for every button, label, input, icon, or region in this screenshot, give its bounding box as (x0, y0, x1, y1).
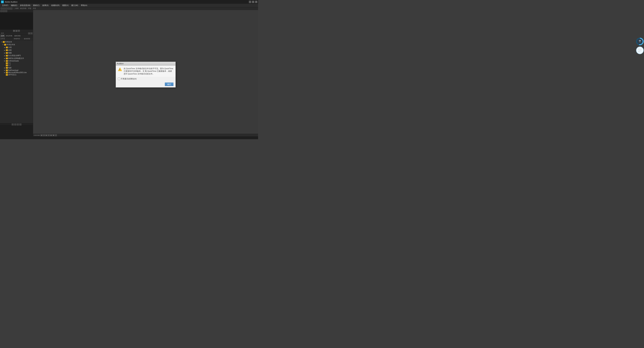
tree-label: MicrosoftOffice2003.che (8, 72, 27, 73)
arrow-icon (4, 62, 6, 64)
title-bar: Au Adobe Audition − □ × (0, 0, 258, 4)
tree-item-13[interactable]: ▶ MicrosoftOffice2003.che (0, 71, 32, 74)
tab-history[interactable]: 媒体浏览 (13, 34, 22, 37)
preview-loop-btn[interactable]: ↺ (18, 30, 20, 32)
main-layout: ▶ ■ ↺ 文件 ≡ × 文件 标记列表 媒体浏览 文件名 持续时间 媒体类型 (0, 10, 258, 139)
tree-item-1[interactable]: ▼ 常用文夹 (0, 40, 32, 43)
dialog-message: 此 QuickTime 文件格式的文件当前不可见。因为 QuickTime 已更… (124, 67, 174, 75)
waveform-preview: ▶ ■ ↺ (0, 10, 33, 32)
tree-item-5[interactable]: ▶ 视频 (0, 51, 32, 54)
arrow-icon: ▶ (4, 72, 6, 73)
tree-item-8[interactable]: ▶ DJDownloads (0, 60, 32, 62)
preview-play-btn[interactable]: ▶ (13, 30, 15, 32)
file-tree-bottom-controls: + − ↑ ↓ (0, 123, 33, 125)
toolbar-markers-label: 标记列表 (20, 7, 26, 9)
left-panel: ▶ ■ ↺ 文件 ≡ × 文件 标记列表 媒体浏览 文件名 持续时间 媒体类型 (0, 10, 33, 139)
tree-label: 3.7 (8, 64, 10, 66)
preview-bottom-toolbar: ▶ ■ ↺ (0, 30, 33, 32)
title-bar-text: Adobe Audition (5, 1, 257, 3)
close-button[interactable]: × (255, 1, 258, 3)
menu-item-view[interactable]: 视图(V) (61, 4, 70, 7)
dialog-overlay: Audition 此 QuickTime 文件格式的文件当前不可见。因为 Qui… (33, 10, 258, 139)
tree-item-12[interactable]: ▶ BaiDownload (0, 69, 32, 71)
tree-label: BaiDownload (8, 69, 18, 71)
tree-item-6[interactable]: ▶ DJ大秀音乐MP3 (0, 54, 32, 57)
dialog-title-bar: Audition (116, 62, 176, 66)
waveform-display (0, 12, 33, 30)
menu-item-effects[interactable]: 效果(S) (41, 4, 50, 7)
tree-item-10[interactable]: 3.7 (0, 64, 32, 66)
restore-button[interactable]: □ (252, 1, 254, 3)
preview-btn-2[interactable] (3, 10, 5, 12)
toolbar-btn-3[interactable] (6, 7, 8, 9)
arrow-icon: ▼ (1, 41, 2, 43)
file-browser-header: 文件 ≡ × (0, 32, 33, 34)
tree-up-btn[interactable]: ↑ (17, 123, 19, 125)
tree-label: 文档 (8, 46, 12, 49)
toolbar-btn-1[interactable] (1, 7, 3, 9)
arrow-icon: ▶ (4, 60, 6, 62)
dialog-checkbox-row: 不再显示此警告(H) (116, 77, 176, 81)
toolbar-mode-label: 标准 (16, 7, 18, 9)
folder-icon (6, 52, 8, 54)
preview-btn-3[interactable] (5, 10, 7, 12)
tree-add-btn[interactable]: + (12, 123, 14, 125)
panel-close-btn[interactable]: × (30, 32, 32, 34)
dialog-checkbox[interactable] (118, 78, 120, 80)
dialog-ok-button[interactable]: 确定 (165, 82, 174, 86)
arrow-icon: ▶ (4, 69, 6, 71)
dialog-buttons: 确定 (116, 81, 176, 87)
menu-item-help[interactable]: 帮助(H) (80, 4, 88, 7)
tree-item-7[interactable]: ▶ MAD全点阵制图文件 (0, 57, 32, 60)
menu-item-favorites[interactable]: 收藏夹(R) (50, 4, 61, 7)
menu-item-edit[interactable]: 编辑(E) (10, 4, 19, 7)
toolbar-btn-2[interactable] (3, 7, 5, 9)
tab-files[interactable]: 文件 (0, 34, 5, 37)
panel-menu-btn[interactable]: ≡ (28, 32, 30, 34)
arrow-icon (4, 74, 6, 76)
tree-item-3[interactable]: ▶ 文档 (0, 46, 32, 49)
folder-icon (6, 46, 8, 48)
toolbar-btn-4[interactable] (8, 7, 10, 9)
folder-icon (6, 72, 8, 73)
menu-item-clip[interactable]: 素材(C) (32, 4, 41, 7)
tree-label: OFFICE11 (8, 74, 16, 76)
tree-down-btn[interactable]: ↓ (19, 123, 22, 125)
tree-item-4[interactable]: ▶ 桌面 (0, 49, 32, 51)
arrow-icon: ▼ (2, 44, 4, 45)
menu-bar: 文件(F)编辑(E)多轨混音(M)素材(C)效果(S)收藏夹(R)视图(V)窗口… (0, 4, 258, 7)
folder-icon (6, 64, 8, 66)
tree-item-2[interactable]: ▼ 常用文件夹 (0, 43, 32, 46)
folder-icon (6, 60, 8, 62)
preview-btn-1[interactable] (0, 10, 2, 12)
arrow-icon: ▶ (4, 49, 6, 51)
left-panel-tabs: 文件 标记列表 媒体浏览 (0, 34, 33, 37)
menu-item-window[interactable]: 窗口(W) (70, 4, 80, 7)
preview-toolbar (0, 10, 33, 12)
tree-item-9[interactable]: 3.1 (0, 62, 32, 64)
level-meter (0, 125, 33, 139)
toolbar-format-label: 声音 (33, 7, 36, 9)
tree-label: 电影 (8, 67, 12, 69)
arrow-icon: ▶ (4, 57, 6, 59)
audition-dialog: Audition 此 QuickTime 文件格式的文件当前不可见。因为 Qui… (116, 62, 176, 87)
dialog-content: 此 QuickTime 文件格式的文件当前不可见。因为 QuickTime 已更… (116, 66, 176, 77)
warning-triangle (118, 67, 122, 71)
tab-markers[interactable]: 标记列表 (5, 34, 13, 37)
tree-item-11[interactable]: ▶ 电影 (0, 66, 32, 69)
menu-item-file[interactable]: 文件(F) (1, 4, 10, 7)
arrow-icon: ▶ (4, 46, 6, 48)
folder-icon (6, 49, 8, 51)
menu-item-multitrack[interactable]: 多轨混音(M) (19, 4, 32, 7)
tree-remove-btn[interactable]: − (14, 123, 16, 125)
folder-icon (6, 55, 8, 56)
arrow-icon: ▶ (4, 52, 6, 54)
tree-item-14[interactable]: OFFICE11 (0, 74, 32, 76)
preview-stop-btn[interactable]: ■ (16, 30, 18, 32)
col-format: 媒体类型 (24, 38, 32, 40)
app-icon: Au (1, 0, 4, 3)
folder-icon (3, 41, 5, 43)
warning-icon (118, 67, 122, 71)
minimize-button[interactable]: − (249, 1, 251, 3)
toolbar-btn-5[interactable] (10, 7, 12, 9)
